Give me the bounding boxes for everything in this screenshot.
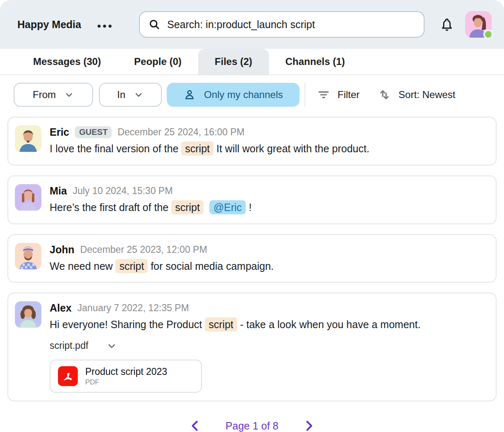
- message-card-john[interactable]: John December 25 2023, 12:00 PM We need …: [7, 234, 497, 283]
- message-timestamp: July 10 2024, 15:30 PM: [73, 185, 173, 197]
- message-segment: I love the final version of the: [50, 143, 178, 154]
- search-term-highlight: script: [171, 200, 204, 214]
- person-icon: [183, 89, 196, 101]
- message-text: Hi everyone! Sharing the Productscript- …: [50, 317, 420, 333]
- filter-button[interactable]: Filter: [311, 88, 365, 101]
- message-card-mia[interactable]: Mia July 10 2024, 15:30 PM Here’s the fi…: [7, 175, 497, 224]
- workspace-name: Happy Media: [17, 19, 81, 31]
- page-indicator: Page 1 of 8: [226, 420, 278, 432]
- tab-people[interactable]: People (0): [118, 49, 198, 74]
- user-avatar[interactable]: [465, 11, 492, 38]
- sender-name[interactable]: Eric: [50, 126, 69, 138]
- sort-button[interactable]: Sort: Newest: [372, 88, 461, 101]
- message-segment: Here’s the first draft of the: [50, 202, 168, 213]
- sender-name[interactable]: Alex: [50, 302, 72, 314]
- message-segment: !: [249, 202, 252, 213]
- sort-button-label: Sort: Newest: [398, 89, 455, 101]
- chevron-down-icon: [106, 341, 117, 351]
- attachment-collapse-toggle[interactable]: script.pdf: [50, 340, 420, 351]
- filter-button-label: Filter: [338, 89, 360, 101]
- message-text: We need newscriptfor social media campai…: [50, 258, 274, 274]
- search-term-highlight: script: [115, 259, 148, 273]
- message-segment: It will work great with the product.: [216, 143, 370, 154]
- pagination: Page 1 of 8: [0, 419, 504, 432]
- tab-messages[interactable]: Messages (30): [17, 49, 118, 74]
- in-filter-label: In: [117, 89, 125, 101]
- message-segment: - take a look when you have a moment.: [240, 319, 420, 330]
- message-text: Here’s the first draft of thescript@Eric…: [50, 199, 252, 216]
- in-filter-dropdown[interactable]: In: [99, 83, 162, 107]
- guest-badge: GUEST: [75, 126, 112, 138]
- adobe-pdf-icon: [58, 366, 78, 386]
- filter-toolbar: From In Only my channels Filter: [0, 83, 504, 107]
- app-window: Happy Media ●●●: [0, 0, 504, 432]
- filter-lines-icon: [317, 88, 330, 101]
- search-term-highlight: script: [205, 317, 237, 331]
- message-timestamp: January 7 2022, 12:35 PM: [77, 302, 189, 314]
- next-page-chevron-right-icon[interactable]: [302, 419, 316, 432]
- attachment-filename: script.pdf: [50, 340, 88, 351]
- attachment-type-label: PDF: [85, 378, 167, 386]
- search-result-tabs: Messages (30) People (0) Files (2) Chann…: [0, 49, 504, 75]
- message-card-alex[interactable]: Alex January 7 2022, 12:35 PM Hi everyon…: [7, 293, 497, 401]
- avatar-mia: [15, 184, 41, 211]
- arrows-up-down-icon: [378, 88, 391, 101]
- message-text: I love the final version of thescriptIt …: [50, 141, 370, 157]
- avatar-john: [15, 243, 41, 269]
- message-card-eric[interactable]: Eric GUEST December 25 2024, 16:00 PM I …: [7, 117, 497, 166]
- workspace-menu-ellipsis-icon[interactable]: ●●●: [97, 20, 113, 29]
- search-bar[interactable]: [139, 11, 425, 38]
- chevron-down-icon: [64, 90, 74, 100]
- attachment-title: Product script 2023: [85, 366, 167, 377]
- chevron-down-icon: [134, 90, 144, 100]
- attachment-file-card[interactable]: Product script 2023 PDF: [50, 360, 202, 393]
- search-input[interactable]: [167, 19, 415, 31]
- only-my-channels-label: Only my channels: [204, 89, 283, 101]
- avatar-alex: [15, 301, 41, 328]
- message-segment: Hi everyone! Sharing the Product: [50, 319, 202, 330]
- top-bar: Happy Media ●●●: [0, 0, 504, 49]
- sender-name[interactable]: John: [50, 244, 74, 256]
- message-segment: We need new: [50, 260, 113, 272]
- search-results-list: Eric GUEST December 25 2024, 16:00 PM I …: [0, 117, 504, 401]
- from-filter-label: From: [33, 89, 56, 101]
- toolbar-divider: [305, 83, 305, 107]
- only-my-channels-toggle[interactable]: Only my channels: [167, 83, 300, 107]
- avatar-eric: [15, 125, 41, 152]
- notifications-bell-icon[interactable]: [439, 17, 454, 32]
- search-term-highlight: script: [181, 142, 214, 156]
- tab-files[interactable]: Files (2): [198, 49, 269, 74]
- from-filter-dropdown[interactable]: From: [14, 83, 93, 107]
- message-timestamp: December 25 2024, 16:00 PM: [118, 127, 245, 138]
- online-status-dot: [483, 29, 493, 39]
- previous-page-chevron-left-icon[interactable]: [188, 419, 202, 432]
- tab-channels[interactable]: Channels (1): [269, 49, 362, 74]
- message-segment: for social media campaign.: [151, 260, 274, 272]
- search-icon: [148, 18, 161, 31]
- user-mention[interactable]: @Eric: [209, 200, 246, 214]
- sender-name[interactable]: Mia: [50, 185, 67, 197]
- message-timestamp: December 25 2023, 12:00 PM: [80, 244, 207, 255]
